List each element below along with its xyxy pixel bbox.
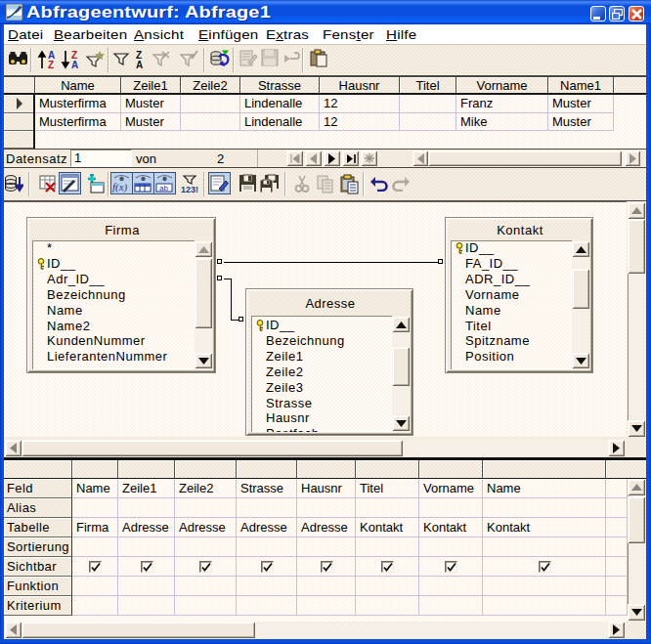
svg-text:A: A — [136, 60, 143, 70]
svg-text:A: A — [71, 60, 78, 70]
svg-text:123!: 123! — [181, 185, 198, 194]
svg-text:Z: Z — [48, 60, 54, 70]
svg-text:f(x): f(x) — [112, 181, 128, 193]
svg-text:ab: ab — [159, 184, 168, 193]
